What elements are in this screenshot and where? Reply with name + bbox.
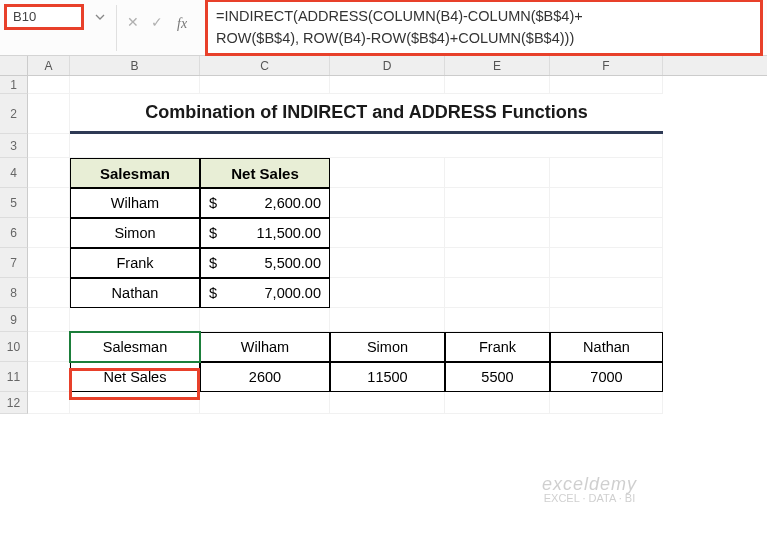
cell-d11[interactable]: 11500 (330, 362, 445, 392)
cell-d12[interactable] (330, 392, 445, 414)
cell-f11[interactable]: 7000 (550, 362, 663, 392)
cell-d6[interactable] (330, 218, 445, 248)
table1-name-1[interactable]: Simon (70, 218, 200, 248)
fx-icon[interactable]: fx (175, 16, 189, 32)
cell-a3[interactable] (28, 134, 70, 158)
cell-a10[interactable] (28, 332, 70, 362)
table1-header-netsales[interactable]: Net Sales (200, 158, 330, 188)
row-header-7[interactable]: 7 (0, 248, 28, 278)
cell-b11[interactable]: Net Sales (70, 362, 200, 392)
cell-e9[interactable] (445, 308, 550, 332)
cell-d9[interactable] (330, 308, 445, 332)
currency-symbol: $ (209, 285, 217, 301)
cell-f9[interactable] (550, 308, 663, 332)
name-box[interactable]: B10 (4, 4, 84, 30)
currency-value: 7,000.00 (265, 285, 321, 301)
cell-e1[interactable] (445, 76, 550, 94)
cell-c11[interactable]: 2600 (200, 362, 330, 392)
cell-f10[interactable]: Nathan (550, 332, 663, 362)
cell-e6[interactable] (445, 218, 550, 248)
cell-a6[interactable] (28, 218, 70, 248)
table1-name-3[interactable]: Nathan (70, 278, 200, 308)
row-header-4[interactable]: 4 (0, 158, 28, 188)
table1-header-salesman[interactable]: Salesman (70, 158, 200, 188)
cell-e8[interactable] (445, 278, 550, 308)
cell-c10[interactable]: Wilham (200, 332, 330, 362)
table1-val-3[interactable]: $ 7,000.00 (200, 278, 330, 308)
cell-a11[interactable] (28, 362, 70, 392)
cell-e10[interactable]: Frank (445, 332, 550, 362)
cell-a8[interactable] (28, 278, 70, 308)
cell-a7[interactable] (28, 248, 70, 278)
cancel-icon[interactable]: ✕ (127, 14, 139, 30)
title-text: Combination of INDIRECT and ADDRESS Func… (145, 102, 587, 123)
row-header-3[interactable]: 3 (0, 134, 28, 158)
cell-d8[interactable] (330, 278, 445, 308)
col-header-a[interactable]: A (28, 56, 70, 75)
col-header-d[interactable]: D (330, 56, 445, 75)
row-header-6[interactable]: 6 (0, 218, 28, 248)
cell-f4[interactable] (550, 158, 663, 188)
table1-val-1[interactable]: $ 11,500.00 (200, 218, 330, 248)
cell-merged-3[interactable] (70, 134, 663, 158)
page-title[interactable]: Combination of INDIRECT and ADDRESS Func… (70, 94, 663, 134)
name-box-value: B10 (13, 9, 36, 24)
cell-f5[interactable] (550, 188, 663, 218)
cell-c12[interactable] (200, 392, 330, 414)
row-header-2[interactable]: 2 (0, 94, 28, 134)
cell-b12[interactable] (70, 392, 200, 414)
cell-a12[interactable] (28, 392, 70, 414)
cell-e7[interactable] (445, 248, 550, 278)
row-header-5[interactable]: 5 (0, 188, 28, 218)
cell-e5[interactable] (445, 188, 550, 218)
table1-val-2[interactable]: $ 5,500.00 (200, 248, 330, 278)
watermark-line1: exceldemy (542, 475, 637, 493)
col-header-b[interactable]: B (70, 56, 200, 75)
cell-e11[interactable]: 5500 (445, 362, 550, 392)
col-header-f[interactable]: F (550, 56, 663, 75)
divider (116, 5, 117, 51)
cell-b1[interactable] (70, 76, 200, 94)
row-header-12[interactable]: 12 (0, 392, 28, 414)
cell-c1[interactable] (200, 76, 330, 94)
cell-a1[interactable] (28, 76, 70, 94)
row-header-8[interactable]: 8 (0, 278, 28, 308)
row-header-11[interactable]: 11 (0, 362, 28, 392)
row-header-1[interactable]: 1 (0, 76, 28, 94)
cell-f12[interactable] (550, 392, 663, 414)
formula-text: =INDIRECT(ADDRESS(COLUMN(B4)-COLUMN($B$4… (216, 8, 583, 45)
select-all-corner[interactable] (0, 56, 28, 75)
table1-val-0[interactable]: $ 2,600.00 (200, 188, 330, 218)
cell-f1[interactable] (550, 76, 663, 94)
cell-c9[interactable] (200, 308, 330, 332)
column-headers: A B C D E F (0, 56, 767, 76)
table1-name-2[interactable]: Frank (70, 248, 200, 278)
col-header-c[interactable]: C (200, 56, 330, 75)
formula-input[interactable]: =INDIRECT(ADDRESS(COLUMN(B4)-COLUMN($B$4… (205, 0, 763, 56)
cell-e4[interactable] (445, 158, 550, 188)
cell-e12[interactable] (445, 392, 550, 414)
enter-icon[interactable]: ✓ (151, 14, 163, 30)
cell-b10-active[interactable]: Salesman (70, 332, 200, 362)
table1-name-0[interactable]: Wilham (70, 188, 200, 218)
cell-b10-value: Salesman (103, 339, 167, 355)
cell-d1[interactable] (330, 76, 445, 94)
cell-a4[interactable] (28, 158, 70, 188)
cell-d5[interactable] (330, 188, 445, 218)
row-header-9[interactable]: 9 (0, 308, 28, 332)
cell-a5[interactable] (28, 188, 70, 218)
cell-f8[interactable] (550, 278, 663, 308)
row-header-10[interactable]: 10 (0, 332, 28, 362)
cell-d7[interactable] (330, 248, 445, 278)
formula-bar: B10 ✕ ✓ fx =INDIRECT(ADDRESS(COLUMN(B4)-… (0, 0, 767, 56)
col-header-e[interactable]: E (445, 56, 550, 75)
cell-a2[interactable] (28, 94, 70, 134)
watermark-line2: EXCEL · DATA · BI (542, 493, 637, 504)
cell-b9[interactable] (70, 308, 200, 332)
cell-d4[interactable] (330, 158, 445, 188)
name-box-dropdown-icon[interactable] (88, 5, 112, 29)
cell-a9[interactable] (28, 308, 70, 332)
cell-f6[interactable] (550, 218, 663, 248)
cell-d10[interactable]: Simon (330, 332, 445, 362)
cell-f7[interactable] (550, 248, 663, 278)
